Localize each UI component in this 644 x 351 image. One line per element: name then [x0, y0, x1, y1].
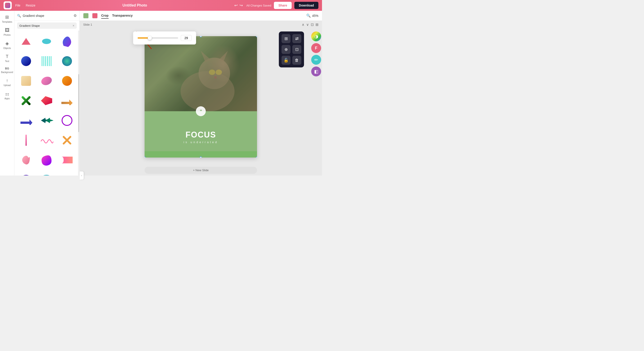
color-swatch-green[interactable] [83, 13, 88, 18]
duplicate-button[interactable]: ⊡ [292, 45, 301, 54]
list-item[interactable] [58, 52, 76, 70]
list-item[interactable] [17, 131, 35, 149]
zoom-indicator: 🔍 45% [306, 13, 318, 18]
list-item[interactable] [58, 111, 76, 129]
handle-tr[interactable] [256, 36, 257, 37]
transparency-popup: 29 [133, 31, 196, 44]
list-item[interactable] [58, 72, 76, 90]
undo-button[interactable]: ↩ [234, 3, 238, 8]
svg-point-12 [62, 76, 72, 86]
transparency-value[interactable]: 29 [181, 35, 192, 41]
slide-container: ❝ FOCUS is underrated [144, 36, 257, 158]
svg-point-14 [62, 115, 72, 125]
handle-bm[interactable] [200, 156, 202, 158]
topbar-nav: File Resize [15, 3, 35, 7]
search-input[interactable] [23, 14, 72, 17]
slider-thumb[interactable] [148, 36, 152, 40]
draw-app-button[interactable]: ✏ [311, 55, 321, 65]
transparency-slider[interactable] [138, 37, 178, 39]
share-button[interactable]: Share [274, 2, 292, 9]
svg-rect-15 [26, 135, 26, 146]
list-item[interactable] [17, 32, 35, 50]
logo[interactable] [4, 1, 12, 9]
grid-button[interactable]: ⊞ [282, 34, 290, 43]
text-icon: T [6, 54, 8, 59]
list-item[interactable] [38, 171, 56, 175]
list-item[interactable] [38, 131, 56, 149]
redo-button[interactable]: ↪ [240, 3, 243, 8]
sidebar-item-apps[interactable]: ⚏ Apps [1, 89, 14, 102]
svg-point-25 [214, 76, 217, 79]
delete-button[interactable]: 🗑 [292, 56, 301, 65]
main-layout: ⊞ Templates 🖼 Photos ◈ Objects T Text BG… [0, 11, 322, 175]
list-item[interactable] [17, 111, 35, 129]
list-item[interactable] [38, 92, 56, 110]
svg-point-9 [62, 56, 72, 66]
right-panel-row-1: ⊞ ⇄ [282, 34, 301, 43]
layers-button[interactable]: ⊕ [282, 45, 290, 54]
sidebar: ⊞ Templates 🖼 Photos ◈ Objects T Text BG… [0, 11, 14, 175]
design-canvas[interactable]: ❝ FOCUS is underrated [144, 36, 257, 158]
close-category-button[interactable]: × [73, 24, 74, 27]
sidebar-label-upload: Upload [4, 84, 11, 86]
scroll-thumb[interactable] [78, 74, 79, 132]
scroll-track [78, 30, 80, 175]
color-app-button[interactable]: ◑ [311, 31, 321, 41]
zoom-icon: 🔍 [306, 13, 311, 18]
sidebar-label-apps: Apps [4, 97, 10, 100]
list-item[interactable] [17, 52, 35, 70]
swap-button[interactable]: ⇄ [292, 34, 301, 43]
objects-icon: ◈ [6, 41, 9, 46]
sidebar-item-objects[interactable]: ◈ Objects [1, 39, 14, 51]
slide-expand-button[interactable]: ⊞ [316, 22, 318, 27]
list-item[interactable] [17, 72, 35, 90]
sidebar-item-photos[interactable]: 🖼 Photos [1, 26, 14, 38]
svg-point-2 [21, 56, 31, 66]
download-button[interactable]: Download [294, 2, 318, 9]
font-app-button[interactable]: F [311, 43, 321, 53]
sidebar-label-photos: Photos [4, 34, 10, 36]
svg-point-1 [42, 39, 51, 44]
list-item[interactable] [58, 92, 76, 110]
right-panel-row-3: 🔓 🗑 [282, 56, 301, 65]
new-slide-button[interactable]: + New Slide [144, 167, 257, 174]
panel-collapse-button[interactable]: ‹ [80, 171, 84, 175]
toolbar-strip: Crop Transparency 🔍 45% [80, 11, 322, 21]
slide-down-button[interactable]: ∨ [306, 22, 309, 27]
topbar: File Resize Untitled Photo ↩ ↪ All Chang… [0, 0, 322, 11]
list-item[interactable] [17, 151, 35, 169]
floating-apps: ◑ F ✏ ◧ [311, 31, 321, 76]
shapes-grid [14, 30, 80, 175]
sidebar-label-text: Text [5, 60, 9, 62]
sidebar-item-text[interactable]: T Text [1, 52, 14, 64]
list-item[interactable] [58, 32, 76, 50]
nav-resize[interactable]: Resize [26, 3, 36, 7]
nav-file[interactable]: File [15, 3, 20, 7]
list-item[interactable] [38, 72, 56, 90]
list-item[interactable] [58, 131, 76, 149]
list-item[interactable] [38, 111, 56, 129]
list-item[interactable] [38, 32, 56, 50]
sidebar-item-upload[interactable]: ↑ Upload [1, 76, 14, 88]
tab-transparency[interactable]: Transparency [112, 13, 133, 19]
category-tag: Gradient Shape × [17, 22, 77, 29]
tab-crop[interactable]: Crop [101, 13, 108, 19]
cat-svg [144, 36, 257, 115]
image-app-button[interactable]: ◧ [311, 66, 321, 76]
color-swatch-pink[interactable] [92, 13, 98, 18]
list-item[interactable] [17, 171, 35, 175]
handle-br[interactable] [256, 156, 257, 158]
quote-circle: ❝ [196, 106, 206, 116]
slide-copy-button[interactable]: ⊡ [311, 22, 314, 27]
canvas-title: FOCUS [186, 130, 216, 140]
list-item[interactable] [17, 92, 35, 110]
filter-icon[interactable]: ⚙ [74, 13, 77, 18]
list-item[interactable] [58, 151, 76, 169]
slide-up-button[interactable]: ∧ [302, 22, 304, 27]
sidebar-item-templates[interactable]: ⊞ Templates [1, 12, 14, 25]
list-item[interactable] [38, 52, 56, 70]
svg-point-23 [209, 69, 215, 75]
list-item[interactable] [38, 151, 56, 169]
unlock-button[interactable]: 🔓 [282, 56, 290, 65]
sidebar-item-background[interactable]: BG Background [1, 65, 14, 75]
